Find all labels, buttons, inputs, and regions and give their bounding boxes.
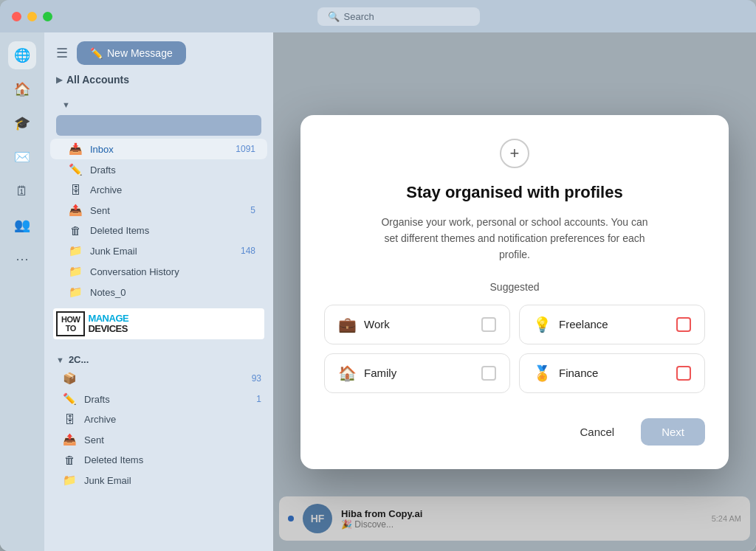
section2-archive[interactable]: 🗄 Archive: [44, 409, 273, 429]
family-profile-name: Family: [364, 367, 474, 379]
section-chevron: ▼: [62, 100, 70, 109]
all-accounts-label: All Accounts: [66, 74, 129, 86]
traffic-lights: [12, 12, 52, 21]
mail-panel-header: ☰ ✏️ New Message: [44, 32, 273, 71]
profile-card-freelance[interactable]: 💡 Freelance: [519, 305, 705, 344]
section2-count: 93: [252, 373, 261, 384]
finance-profile-name: Finance: [559, 367, 669, 379]
family-profile-checkbox[interactable]: [481, 366, 496, 381]
sidebar-item-calendar[interactable]: 🗓: [8, 177, 36, 205]
archive-item[interactable]: 🗄 Archive: [50, 180, 267, 200]
drafts-icon: ✏️: [68, 163, 83, 176]
conversation-icon: 📁: [68, 265, 83, 278]
new-message-button[interactable]: ✏️ New Message: [77, 41, 186, 65]
work-profile-checkbox[interactable]: [481, 317, 496, 332]
titlebar: 🔍 Search: [0, 0, 756, 32]
sidebar-item-globe[interactable]: 🌐: [8, 41, 36, 69]
sidebar-icons: 🌐 🏠 🎓 ✉️ 🗓 👥 ⋯: [0, 32, 44, 551]
section2-label: 2C...: [69, 354, 89, 365]
maximize-traffic-light[interactable]: [43, 12, 52, 21]
notes-label: Notes_0: [90, 287, 255, 298]
conversation-item[interactable]: 📁 Conversation History: [50, 261, 267, 282]
s2-drafts-count: 1: [256, 394, 261, 404]
s2-junk-label: Junk Email: [84, 475, 261, 486]
section2-junk[interactable]: 📁 Junk Email: [44, 470, 273, 491]
section2-header[interactable]: ▼ 2C...: [44, 345, 273, 368]
account-bar: [56, 115, 261, 136]
notes-icon: 📁: [68, 285, 83, 299]
chevron-icon: ▶: [56, 75, 62, 85]
deleted-icon: 🗑: [68, 224, 83, 237]
modal-plus-icon: +: [500, 139, 529, 168]
freelance-profile-checkbox[interactable]: [676, 317, 691, 332]
modal-title: Stay organised with profiles: [406, 183, 622, 202]
drafts-item[interactable]: ✏️ Drafts: [50, 159, 267, 180]
junk-label: Junk Email: [90, 246, 233, 257]
modal-footer: Cancel Next: [324, 418, 705, 446]
search-bar[interactable]: 🔍 Search: [317, 7, 480, 26]
modal-overlay: + Stay organised with profiles Organise …: [273, 32, 756, 551]
s2-drafts-label: Drafts: [84, 394, 249, 405]
search-icon: 🔍: [328, 11, 340, 22]
all-accounts[interactable]: ▶ All Accounts: [44, 71, 273, 91]
archive-icon: 🗄: [68, 184, 83, 196]
profile-card-family[interactable]: 🏠 Family: [324, 353, 510, 393]
minimize-traffic-light[interactable]: [27, 12, 37, 21]
close-traffic-light[interactable]: [12, 12, 21, 21]
inbox-item[interactable]: 📥 Inbox 1091: [50, 139, 267, 159]
sidebar-item-people[interactable]: 👥: [8, 211, 36, 239]
s2-sent-label: Sent: [84, 434, 261, 446]
s2-drafts-icon: ✏️: [62, 392, 77, 406]
drafts-label: Drafts: [90, 164, 255, 176]
sent-label: Sent: [90, 205, 243, 216]
profile-card-finance[interactable]: 🏅 Finance: [519, 353, 705, 393]
section2-sent[interactable]: 📤 Sent: [44, 429, 273, 450]
cancel-button[interactable]: Cancel: [562, 418, 632, 446]
notes-item[interactable]: 📁 Notes_0: [50, 282, 267, 302]
section2-drafts[interactable]: ✏️ Drafts 1: [44, 389, 273, 409]
freelance-profile-name: Freelance: [559, 318, 669, 330]
junk-item[interactable]: 📁 Junk Email 148: [50, 240, 267, 261]
inbox-count: 1091: [236, 144, 255, 154]
s2-deleted-icon: 🗑: [62, 454, 77, 466]
next-button[interactable]: Next: [641, 418, 705, 446]
sidebar-item-home[interactable]: 🏠: [8, 75, 36, 103]
work-profile-icon: 💼: [338, 316, 357, 333]
account-section: ▼ 📥 Inbox 1091 ✏️ Drafts 🗄 Archive: [44, 91, 273, 302]
profile-card-work[interactable]: 💼 Work: [324, 305, 510, 344]
s2-junk-icon: 📁: [62, 474, 77, 487]
mail-panel: ☰ ✏️ New Message ▶ All Accounts ▼ 📥 Inbo…: [44, 32, 273, 551]
search-label: Search: [344, 11, 374, 22]
suggested-label: Suggested: [324, 281, 705, 293]
sidebar-item-mail[interactable]: ✉️: [8, 143, 36, 171]
conversation-label: Conversation History: [90, 266, 255, 277]
hamburger-icon[interactable]: ☰: [56, 45, 68, 61]
section2-deleted[interactable]: 🗑 Deleted Items: [44, 450, 273, 470]
watermark-how: HOW: [61, 315, 80, 324]
junk-icon: 📁: [68, 244, 83, 257]
sidebar-item-graduation[interactable]: 🎓: [8, 109, 36, 137]
s2-archive-label: Archive: [84, 414, 261, 425]
profiles-modal: + Stay organised with profiles Organise …: [300, 115, 729, 469]
new-message-label: New Message: [107, 47, 173, 59]
deleted-item[interactable]: 🗑 Deleted Items: [50, 221, 267, 240]
section-expand[interactable]: ▼: [50, 91, 267, 112]
section2-chevron: ▼: [56, 356, 64, 364]
freelance-profile-icon: 💡: [533, 316, 551, 333]
work-profile-name: Work: [364, 318, 474, 330]
inbox-label: Inbox: [90, 144, 228, 155]
finance-profile-checkbox[interactable]: [676, 366, 691, 381]
finance-profile-icon: 🏅: [533, 364, 551, 382]
watermark: HOW TO MANAGE DEVICES: [53, 308, 264, 339]
modal-description: Organise your work, personal or school a…: [374, 214, 655, 263]
watermark-to: TO: [66, 324, 76, 333]
sent-icon: 📤: [68, 204, 83, 217]
profiles-grid: 💼 Work 💡 Freelance 🏠: [324, 305, 705, 393]
sent-item[interactable]: 📤 Sent 5: [50, 200, 267, 221]
s2-sent-icon: 📤: [62, 433, 77, 446]
sidebar-item-more[interactable]: ⋯: [8, 245, 36, 273]
deleted-label: Deleted Items: [90, 225, 255, 236]
s2-deleted-label: Deleted Items: [84, 454, 261, 465]
section2-item1[interactable]: 📦 93: [44, 368, 273, 389]
watermark-manage: MANAGE: [88, 313, 128, 324]
